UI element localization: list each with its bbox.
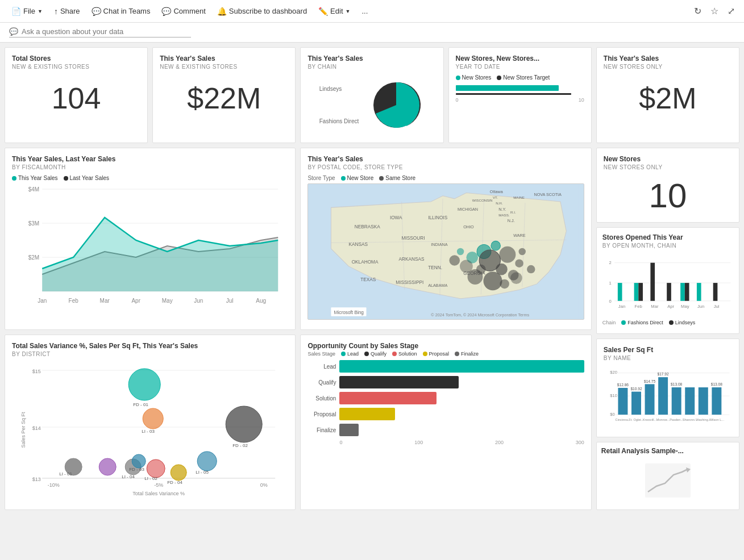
legend-last-year: Last Year Sales <box>64 175 110 181</box>
new-stores-ytd-card: New Stores, New Stores... YEAR TO DATE N… <box>448 47 592 143</box>
legend-fashions: Fashions Direct <box>621 320 663 325</box>
solution-legend-label: Solution <box>398 351 417 357</box>
legend-finalize: Finalize <box>455 351 479 357</box>
legend-new-store: New Store <box>341 175 374 181</box>
file-chevron: ▼ <box>38 9 43 14</box>
svg-point-145 <box>147 459 165 478</box>
comment-button[interactable]: 💬 Comment <box>157 5 210 18</box>
ytd-axis: 010 <box>456 97 584 103</box>
svg-text:NOVA SCOTIA: NOVA SCOTIA <box>534 192 562 197</box>
svg-point-149 <box>197 452 217 471</box>
svg-text:$17.92: $17.92 <box>657 372 668 376</box>
sales-stage-label: Sales Stage <box>307 351 335 357</box>
svg-text:ARKANSAS: ARKANSAS <box>399 257 425 262</box>
legend-solution: Solution <box>392 351 417 357</box>
refresh-icon[interactable]: ↻ <box>692 3 704 19</box>
map-svg: NEBRASKA KANSAS OKLAHOMA TEXAS IOWA MISS… <box>308 184 583 319</box>
svg-point-51 <box>491 241 501 250</box>
svg-text:$13.08: $13.08 <box>711 382 722 386</box>
favorite-icon[interactable]: ☆ <box>708 3 721 19</box>
svg-point-147 <box>132 454 146 468</box>
ytd-bar-new <box>456 85 584 91</box>
qna-input-container[interactable]: 💬 <box>9 27 191 37</box>
this-year-new-only-card: This Year's Sales NEW STORES ONLY $2M <box>596 47 739 143</box>
fullscreen-icon[interactable]: ⤢ <box>725 3 737 19</box>
file-label: File <box>23 7 35 15</box>
ytd-bars <box>456 85 584 95</box>
last-year-label: Last Year Sales <box>70 175 110 181</box>
new-stores-count-card: New Stores NEW STORES ONLY 10 <box>596 148 739 223</box>
svg-text:NEBRASKA: NEBRASKA <box>355 224 381 229</box>
svg-text:Ft. Oglet...: Ft. Oglet... <box>629 418 644 421</box>
line-chart-title: This Year Sales, Last Year Sales <box>12 155 288 163</box>
map-card: This Year's Sales BY POSTAL CODE, STORE … <box>300 148 591 330</box>
legend-proposal: Proposal <box>423 351 450 357</box>
svg-text:Feb: Feb <box>634 304 642 309</box>
subscribe-button[interactable]: 🔔 Subscribe to dashboard <box>213 5 311 18</box>
svg-text:$14.75: $14.75 <box>644 379 655 383</box>
svg-text:1: 1 <box>609 281 611 286</box>
svg-text:Jun: Jun <box>697 304 704 309</box>
legend-same-store: Same Store <box>379 175 415 181</box>
opp-bar-proposal: Proposal <box>307 408 584 420</box>
svg-point-65 <box>527 265 535 273</box>
solution-dot <box>392 352 397 356</box>
svg-text:$14: $14 <box>32 425 41 431</box>
new-stores-count-subtitle: NEW STORES ONLY <box>604 164 732 170</box>
sales-sqft-chart: $20 $10 $0 $12.86 $10.92 $14.75 $17 <box>604 366 732 428</box>
svg-rect-82 <box>680 283 685 301</box>
svg-text:LI - 01: LI - 01 <box>59 471 72 477</box>
svg-text:Microsoft Bing: Microsoft Bing <box>334 310 364 315</box>
legend-this-year: This Year Sales <box>12 175 58 181</box>
this-year-sales-title: This Year's Sales <box>160 55 288 62</box>
svg-point-151 <box>171 465 186 480</box>
svg-text:© 2024 TomTom, © 2024 Microsof: © 2024 TomTom, © 2024 Microsoft Corporat… <box>431 312 530 317</box>
top-navigation: 📄 File ▼ ↑ Share 💬 Chat in Teams 💬 Comme… <box>0 0 744 23</box>
svg-text:ALABAMA: ALABAMA <box>429 283 448 288</box>
chat-in-teams-button[interactable]: 💬 Chat in Teams <box>87 5 155 18</box>
svg-point-61 <box>468 269 483 285</box>
svg-point-141 <box>226 406 262 442</box>
svg-text:2: 2 <box>609 261 611 266</box>
fashions-label: Fashions Direct <box>627 320 663 325</box>
svg-text:-10%: -10% <box>48 482 60 488</box>
svg-text:Feb: Feb <box>69 298 79 304</box>
retail-analysis-card[interactable]: Retail Analysis Sample-... <box>596 442 739 510</box>
svg-rect-101 <box>631 392 641 415</box>
more-button[interactable]: ... <box>357 5 372 18</box>
svg-point-63 <box>500 279 510 289</box>
file-menu[interactable]: 📄 File ▼ <box>7 5 47 18</box>
topnav-right-controls: ↻ ☆ ⤢ <box>692 3 737 19</box>
share-button[interactable]: ↑ Share <box>49 5 85 18</box>
svg-text:N.Y.: N.Y. <box>499 207 506 212</box>
stores-opened-chart: 2 1 0 <box>602 253 733 316</box>
svg-rect-85 <box>713 283 717 301</box>
edit-chevron: ▼ <box>346 9 351 14</box>
svg-text:$10: $10 <box>610 393 617 398</box>
subscribe-label: Subscribe to dashboard <box>229 7 307 15</box>
svg-point-139 <box>143 408 163 429</box>
legend-qualify: Qualify <box>364 351 386 357</box>
svg-rect-81 <box>667 283 671 301</box>
bubble-chart-card: Total Sales Variance %, Sales Per Sq Ft,… <box>5 335 296 510</box>
svg-point-62 <box>484 271 502 290</box>
map-title: This Year's Sales <box>307 155 584 163</box>
pie-chart-container: Lindseys Fashions Direct <box>307 74 436 136</box>
stores-opened-legend: Chain Fashions Direct Lindseys <box>602 320 733 325</box>
edit-button[interactable]: ✏️ Edit ▼ <box>314 5 355 18</box>
svg-rect-77 <box>618 283 622 301</box>
svg-text:N.J.: N.J. <box>508 218 515 223</box>
qna-input[interactable] <box>22 27 191 36</box>
finalize-bar <box>339 424 359 436</box>
pie-labels: Lindseys Fashions Direct <box>319 86 359 124</box>
sales-chain-subtitle: BY CHAIN <box>307 64 436 70</box>
solution-label: Solution <box>307 395 336 402</box>
svg-text:N.H.: N.H. <box>496 201 504 205</box>
svg-rect-107 <box>671 387 681 415</box>
opportunity-title: Opportunity Count by Sales Stage <box>307 342 584 350</box>
sales-chain-title: This Year's Sales <box>307 55 436 62</box>
retail-analysis-image <box>601 456 734 505</box>
svg-point-64 <box>510 272 522 284</box>
svg-text:0%: 0% <box>260 482 268 488</box>
svg-text:INDIANA: INDIANA <box>431 242 448 247</box>
